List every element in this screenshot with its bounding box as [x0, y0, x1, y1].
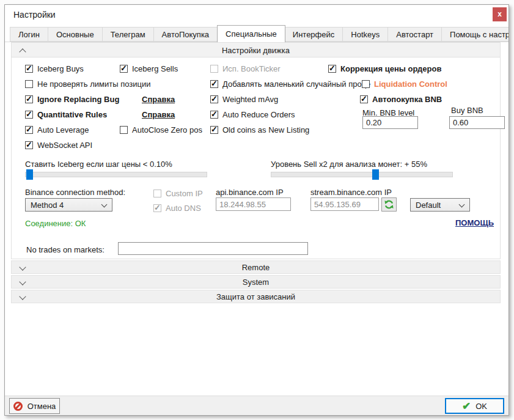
sell-x2-slider-label: Уровень Sell x2 для анализа монет: + 55%: [271, 160, 427, 169]
checkbox-websocket-api[interactable]: WebSocket API: [25, 140, 92, 150]
connection-method-label: Binance connection method:: [25, 188, 125, 197]
profile-select[interactable]: Default: [410, 198, 470, 212]
section-freeze-protection[interactable]: Защита от зависаний: [11, 290, 501, 303]
ok-button[interactable]: ✔ OK: [445, 398, 504, 414]
engine-group-header[interactable]: Настройки движка: [11, 42, 501, 57]
section-system[interactable]: System: [11, 275, 501, 289]
section-remote-title: Remote: [12, 263, 500, 272]
checkbox-weighted-mavg[interactable]: Weighted mAvg: [210, 94, 278, 104]
checkbox-icon: [210, 95, 218, 103]
ok-button-label: OK: [475, 402, 487, 411]
no-trades-input[interactable]: [118, 242, 308, 255]
tab-main[interactable]: Основные: [48, 27, 103, 42]
cancel-button[interactable]: Отмена: [9, 398, 60, 414]
checkbox-label: Auto Leverage: [37, 125, 89, 134]
profile-select-value: Default: [416, 201, 441, 210]
ok-check-icon: ✔: [462, 401, 471, 411]
iceberg-slider-label: Ставить Iceberg если шаг цены < 0.10%: [25, 160, 172, 169]
section-freeze-protection-title: Защита от зависаний: [12, 292, 500, 301]
checkbox-icon: [362, 80, 370, 88]
cancel-prohibit-icon: [13, 402, 23, 411]
connection-method-value: Method 4: [31, 201, 64, 210]
stream-ip-input[interactable]: [310, 197, 379, 211]
checkbox-icon: [25, 141, 33, 149]
tab-special-active[interactable]: Специальные: [217, 25, 285, 42]
checkbox-icon: [210, 111, 218, 119]
sell-x2-slider-track[interactable]: [271, 172, 453, 177]
section-remote[interactable]: Remote: [11, 260, 501, 274]
cancel-button-label: Отмена: [28, 402, 56, 411]
settings-dialog: Настройки x Логин Основные Телеграм Авто…: [4, 4, 509, 416]
checkbox-icon: [360, 95, 368, 103]
checkbox-icon: [328, 65, 336, 73]
min-bnb-level-input[interactable]: [362, 116, 418, 129]
help-link-replacing-bug[interactable]: Справка: [142, 95, 175, 104]
checkbox-icon: [210, 80, 218, 88]
checkbox-label: Old coins as New Listing: [222, 125, 309, 134]
checkbox-auto-reduce-orders[interactable]: Auto Reduce Orders: [210, 109, 295, 119]
title-bar: Настройки x: [5, 5, 508, 25]
chevron-down-icon: [101, 202, 108, 208]
checkbox-label: Auto DNS: [166, 204, 201, 213]
tab-telegram[interactable]: Телеграм: [103, 27, 154, 42]
refresh-ip-button[interactable]: [381, 197, 397, 212]
checkbox-ignore-replacing-bug[interactable]: Ignore Replacing Bug: [25, 94, 119, 104]
checkbox-random-percent[interactable]: Добавлять маленький случайный проце: [210, 79, 370, 89]
checkbox-icon: [25, 126, 33, 134]
checkbox-icon: [210, 65, 218, 73]
tab-setup-help[interactable]: Помощь с настройкой: [442, 27, 509, 42]
checkbox-icon: [210, 126, 218, 134]
checkbox-quantitative-rules[interactable]: Quantitative Rules: [25, 109, 107, 119]
api-ip-input[interactable]: [216, 197, 291, 211]
checkbox-price-correction[interactable]: Коррекция цены ордеров: [328, 64, 441, 73]
checkbox-label: Quantitative Rules: [37, 110, 107, 119]
connection-method-select[interactable]: Method 4: [25, 198, 112, 212]
checkbox-label: AutoClose Zero pos: [132, 125, 202, 134]
checkbox-autoclose-zero-pos[interactable]: AutoClose Zero pos: [120, 125, 202, 134]
checkbox-label: Автопокупка BNB: [372, 95, 442, 104]
connection-status: Соединение: ОК: [25, 219, 86, 228]
tab-strip: Логин Основные Телеграм АвтоПокупка Спец…: [5, 25, 508, 42]
checkbox-custom-ip: Custom IP: [153, 188, 203, 198]
checkbox-icon: [25, 65, 33, 73]
checkbox-autobuy-bnb[interactable]: Автопокупка BNB: [360, 94, 442, 104]
checkbox-label: Iceberg Sells: [132, 64, 178, 73]
checkbox-label: Liquidation Control: [374, 79, 447, 89]
checkbox-iceberg-sells[interactable]: Iceberg Sells: [120, 64, 178, 73]
help-link-quantitative-rules[interactable]: Справка: [142, 110, 175, 119]
checkbox-label: Iceberg Buys: [37, 64, 84, 73]
checkbox-icon: [25, 80, 33, 88]
checkbox-label: Коррекция цены ордеров: [340, 64, 441, 73]
checkbox-no-limit-check[interactable]: Не проверять лимиты позиции: [25, 79, 150, 89]
stream-ip-label: stream.binance.com IP: [310, 188, 392, 197]
checkbox-auto-leverage[interactable]: Auto Leverage: [25, 125, 89, 134]
tab-interface[interactable]: Интерфейс: [285, 27, 343, 42]
refresh-arrows-icon: [384, 199, 394, 210]
tab-hotkeys[interactable]: Hotkeys: [343, 27, 388, 42]
checkbox-icon: [25, 111, 33, 119]
chevron-down-icon: [459, 202, 465, 208]
close-icon[interactable]: x: [493, 7, 507, 21]
tab-login[interactable]: Логин: [10, 27, 48, 42]
checkbox-old-coins-new-listing[interactable]: Old coins as New Listing: [210, 125, 309, 134]
checkbox-liquidation-control[interactable]: Liquidation Control: [362, 79, 447, 89]
checkbox-auto-dns: Auto DNS: [153, 203, 201, 213]
checkbox-book-ticker: Исп. BookTicker: [210, 64, 281, 73]
help-link[interactable]: ПОМОЩЬ: [455, 218, 494, 227]
checkbox-icon: [153, 204, 161, 212]
tab-autobuy[interactable]: АвтоПокупка: [154, 27, 218, 42]
buy-bnb-input[interactable]: [449, 116, 505, 129]
sell-x2-slider-thumb[interactable]: [372, 169, 379, 180]
tab-autostart[interactable]: Автостарт: [388, 27, 442, 42]
checkbox-iceberg-buys[interactable]: Iceberg Buys: [25, 64, 84, 73]
iceberg-slider-thumb[interactable]: [26, 169, 33, 180]
buy-bnb-label: Buy BNB: [451, 106, 483, 115]
footer-bar: Отмена ✔ OK: [5, 396, 508, 415]
checkbox-label: Ignore Replacing Bug: [37, 95, 119, 104]
tab-page-special: Настройки движка Iceberg Buys Iceberg Se…: [5, 42, 508, 396]
iceberg-slider-track[interactable]: [25, 172, 207, 177]
checkbox-icon: [120, 126, 128, 134]
checkbox-label: Weighted mAvg: [222, 95, 278, 104]
checkbox-icon: [153, 190, 161, 197]
api-ip-label: api.binance.com IP: [216, 188, 284, 197]
